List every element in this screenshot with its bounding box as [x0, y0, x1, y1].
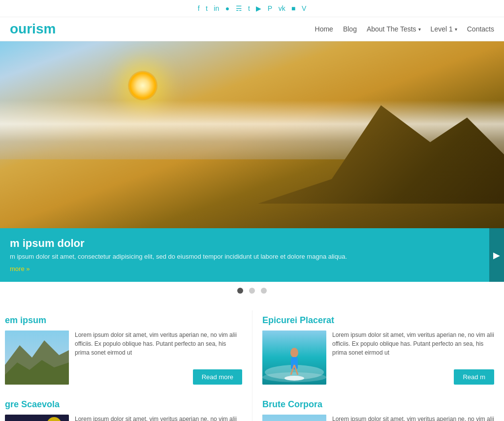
card-2: Epicurei Placerat	[252, 310, 504, 394]
slider-read-more[interactable]: more »	[10, 265, 30, 272]
social-rss[interactable]: ☴	[236, 4, 242, 12]
main-nav: Home Blog About The Tests ▾ Level 1 ▾ Co…	[315, 25, 494, 33]
card-4-description: Lorem ipsum dolor sit amet, vim veritus …	[332, 415, 494, 421]
card-4-thumb-svg	[262, 415, 326, 421]
card-1-body: Lorem ipsum dolor sit amet, vim veritus …	[5, 331, 242, 385]
card-2-description: Lorem ipsum dolor sit amet, vim veritus …	[332, 331, 494, 364]
social-youtube[interactable]: ▶	[256, 4, 261, 12]
social-linkedin[interactable]: in	[214, 4, 219, 12]
svg-point-6	[290, 348, 298, 358]
slider-dot-3[interactable]	[261, 288, 267, 294]
hero-slider	[0, 41, 504, 228]
slider-text: m ipsum dolor sit amet, consectetur adip…	[10, 253, 494, 260]
card-3-title: gre Scaevola	[5, 399, 242, 410]
card-1-title: em ipsum	[5, 315, 242, 326]
card-2-title: Epicurei Placerat	[262, 315, 494, 326]
card-3-thumb-svg	[5, 415, 69, 421]
nav-contacts[interactable]: Contacts	[467, 25, 494, 33]
card-2-body: Lorem ipsum dolor sit amet, vim veritus …	[262, 331, 494, 385]
card-2-text: Lorem ipsum dolor sit amet, vim veritus …	[332, 331, 494, 385]
social-facebook[interactable]: f	[198, 4, 200, 12]
svg-rect-7	[291, 357, 298, 369]
content-grid: em ipsum Lorem ipsum dolor s	[0, 301, 504, 421]
sun-decoration	[128, 71, 158, 100]
card-4-title: Brute Corpora	[262, 399, 494, 410]
slider-caption: m ipsum dolor m ipsum dolor sit amet, co…	[0, 228, 504, 282]
card-1-thumb-svg	[5, 331, 69, 385]
card-1-read-more-button[interactable]: Read more	[193, 369, 242, 385]
social-tumblr[interactable]: t	[248, 4, 250, 12]
hero-image	[0, 41, 504, 228]
nav-about-label: About The Tests	[367, 25, 416, 33]
site-logo: ourism	[10, 21, 56, 37]
nav-level1-label: Level 1	[431, 25, 453, 33]
social-pinterest[interactable]: P	[268, 4, 272, 12]
card-3-description: Lorem ipsum dolor sit amet, vim veritus …	[75, 415, 242, 421]
slider-title: m ipsum dolor	[10, 237, 494, 250]
nav-blog[interactable]: Blog	[343, 25, 357, 33]
social-squarespace[interactable]: ■	[291, 4, 295, 12]
logo-text: ourism	[10, 21, 56, 36]
card-1-text: Lorem ipsum dolor sit amet, vim veritus …	[75, 331, 242, 385]
card-3-text: Lorem ipsum dolor sit amet, vim veritus …	[75, 415, 242, 421]
slider-dot-2[interactable]	[249, 288, 255, 294]
social-twitter[interactable]: t	[206, 4, 208, 12]
card-2-read-more-button[interactable]: Read m	[454, 369, 494, 385]
chevron-down-icon: ▾	[455, 27, 457, 32]
social-vine[interactable]: V	[302, 4, 306, 12]
card-1: em ipsum Lorem ipsum dolor s	[0, 310, 252, 394]
social-vk[interactable]: vk	[279, 4, 285, 12]
svg-rect-20	[262, 415, 326, 421]
nav-about-dropdown[interactable]: About The Tests ▾	[367, 25, 421, 33]
card-1-thumbnail	[5, 331, 69, 385]
nav-level1-dropdown[interactable]: Level 1 ▾	[431, 25, 457, 33]
site-header: ourism Home Blog About The Tests ▾ Level…	[0, 17, 504, 41]
card-3-body: Lorem ipsum dolor sit amet, vim veritus …	[5, 415, 242, 421]
slider-dots	[0, 282, 504, 301]
card-4-body: Lorem ipsum dolor sit amet, vim veritus …	[262, 415, 494, 421]
slider-next-button[interactable]: ▶	[489, 228, 504, 282]
social-bar: f t in ● ☴ t ▶ P vk ■ V	[0, 0, 504, 17]
svg-point-10	[284, 376, 304, 381]
card-3-thumbnail	[5, 415, 69, 421]
card-4-text: Lorem ipsum dolor sit amet, vim veritus …	[332, 415, 494, 421]
slider-dot-1[interactable]	[237, 288, 243, 294]
chevron-down-icon: ▾	[418, 27, 421, 32]
card-4-thumbnail	[262, 415, 326, 421]
card-1-description: Lorem ipsum dolor sit amet, vim veritus …	[75, 331, 242, 364]
card-4: Brute Corpora	[252, 394, 504, 421]
card-2-thumb-svg	[262, 331, 326, 385]
social-instagram[interactable]: ●	[225, 4, 229, 12]
card-2-thumbnail	[262, 331, 326, 385]
card-3: gre Scaevola	[0, 394, 252, 421]
nav-home[interactable]: Home	[315, 25, 333, 33]
